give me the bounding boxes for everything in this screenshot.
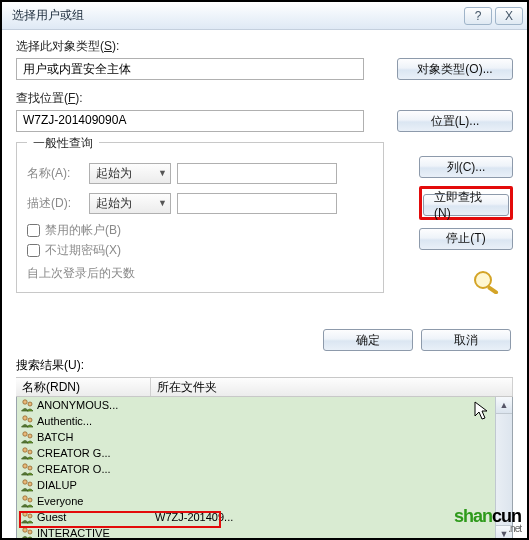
side-buttons: 列(C)... 立即查找(N) 停止(T) [419,156,513,250]
description-combo[interactable]: 起始为▼ [89,193,171,214]
svg-point-13 [28,482,32,486]
dialog-footer: 确定 取消 [16,329,511,351]
search-results-label: 搜索结果(U): [16,357,513,374]
column-folder[interactable]: 所在文件夹 [151,378,513,396]
svg-point-3 [28,402,32,406]
location-section: 查找位置(F): W7ZJ-201409090A 位置(L)... [16,90,513,132]
svg-point-12 [23,480,27,484]
row-name: Authentic... [37,415,155,427]
object-type-section: 选择此对象类型(S): 用户或内置安全主体 对象类型(O)... [16,38,513,80]
dialog-content: 选择此对象类型(S): 用户或内置安全主体 对象类型(O)... 查找位置(F)… [2,30,527,540]
disabled-accounts-checkbox[interactable]: 禁用的帐户(B) [27,221,371,239]
row-name: INTERACTIVE [37,527,155,539]
name-input[interactable] [177,163,337,184]
user-group-icon [19,462,35,476]
svg-point-2 [23,400,27,404]
row-name: BATCH [37,431,155,443]
svg-point-5 [28,418,32,422]
list-item[interactable]: BATCH [17,429,512,445]
user-group-icon [19,526,35,540]
list-item[interactable]: ANONYMOUS... [17,397,512,413]
days-since-login-label: 自上次登录后的天数 [27,265,371,282]
scroll-down-icon[interactable]: ▼ [496,525,512,540]
row-name: Guest [37,511,155,523]
chevron-down-icon: ▼ [158,168,167,178]
row-folder: W7ZJ-201409... [155,511,512,523]
scrollbar[interactable]: ▲ ▼ [495,397,512,540]
row-name: DIALUP [37,479,155,491]
list-item[interactable]: INTERACTIVE [17,525,512,540]
groupbox-legend: 一般性查询 [27,135,99,152]
svg-point-19 [28,530,32,534]
row-name: CREATOR G... [37,447,155,459]
user-group-icon [19,414,35,428]
name-label: 名称(A): [27,165,89,182]
user-group-icon [19,494,35,508]
svg-rect-1 [487,285,499,294]
svg-point-9 [28,450,32,454]
list-item[interactable]: Everyone [17,493,512,509]
stop-button[interactable]: 停止(T) [419,228,513,250]
svg-point-17 [28,514,32,518]
svg-point-7 [28,434,32,438]
user-group-icon [19,398,35,412]
description-input[interactable] [177,193,337,214]
scroll-up-icon[interactable]: ▲ [496,397,512,414]
row-name: ANONYMOUS... [37,399,155,411]
user-group-icon [19,510,35,524]
svg-point-15 [28,498,32,502]
location-label: 查找位置(F): [16,90,513,107]
cancel-button[interactable]: 取消 [421,329,511,351]
list-item[interactable]: CREATOR G... [17,445,512,461]
svg-point-14 [23,496,27,500]
svg-point-18 [23,528,27,532]
checkbox-icon[interactable] [27,224,40,237]
svg-point-4 [23,416,27,420]
object-type-field: 用户或内置安全主体 [16,58,364,80]
columns-button[interactable]: 列(C)... [419,156,513,178]
user-group-icon [19,430,35,444]
list-item[interactable]: DIALUP [17,477,512,493]
results-header: 名称(RDN) 所在文件夹 [16,377,513,397]
object-types-button[interactable]: 对象类型(O)... [397,58,513,80]
help-button[interactable]: ? [464,7,492,25]
list-item[interactable]: Authentic... [17,413,512,429]
non-expiring-password-checkbox[interactable]: 不过期密码(X) [27,241,371,259]
list-item[interactable]: CREATOR O... [17,461,512,477]
list-item[interactable]: GuestW7ZJ-201409... [17,509,512,525]
results-list[interactable]: ▲ ▼ ANONYMOUS...Authentic...BATCHCREATOR… [16,397,513,540]
titlebar: 选择用户或组 ? X [2,2,527,30]
user-group-icon [19,478,35,492]
common-queries-group: 一般性查询 名称(A): 起始为▼ 描述(D): 起始为▼ 禁用的帐户(B) 不… [16,142,384,293]
row-name: CREATOR O... [37,463,155,475]
find-now-button[interactable]: 立即查找(N) [423,194,509,216]
svg-point-8 [23,448,27,452]
checkbox-icon[interactable] [27,244,40,257]
location-field: W7ZJ-201409090A [16,110,364,132]
svg-point-0 [475,272,491,288]
object-type-label: 选择此对象类型(S): [16,38,513,55]
highlight-find-now: 立即查找(N) [419,186,513,220]
description-label: 描述(D): [27,195,89,212]
window-title: 选择用户或组 [12,7,461,24]
svg-point-6 [23,432,27,436]
user-group-icon [19,446,35,460]
ok-button[interactable]: 确定 [323,329,413,351]
search-icon [469,268,505,294]
chevron-down-icon: ▼ [158,198,167,208]
svg-point-10 [23,464,27,468]
locations-button[interactable]: 位置(L)... [397,110,513,132]
column-name[interactable]: 名称(RDN) [16,378,151,396]
svg-point-11 [28,466,32,470]
svg-point-16 [23,512,27,516]
row-name: Everyone [37,495,155,507]
close-button[interactable]: X [495,7,523,25]
name-combo[interactable]: 起始为▼ [89,163,171,184]
